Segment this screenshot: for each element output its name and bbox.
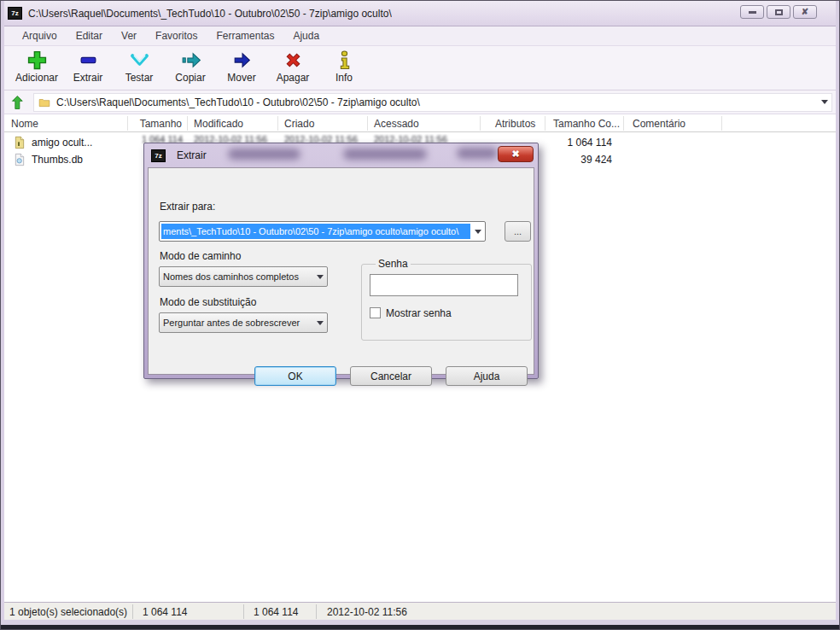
column-separator[interactable] <box>545 116 545 131</box>
column-separator[interactable] <box>187 116 188 131</box>
test-button[interactable]: Testar <box>114 50 165 84</box>
path-mode-label: Modo de caminho <box>160 250 241 262</box>
file-name: amigo ocult... <box>32 137 92 149</box>
extract-button[interactable]: Extrair <box>62 50 114 84</box>
col-tamanho-comprimido[interactable]: Tamanho Co... <box>553 114 620 132</box>
show-password-checkbox[interactable] <box>370 307 381 318</box>
status-separator <box>316 604 317 619</box>
password-group-label: Senha <box>376 258 411 270</box>
menu-ver[interactable]: Ver <box>112 27 146 44</box>
add-button[interactable]: Adicionar <box>11 50 62 84</box>
statusbar: 1 objeto(s) selecionado(s) 1 064 114 1 0… <box>4 602 836 620</box>
menubar: Arquivo Editar Ver Favoritos Ferramentas… <box>4 26 836 46</box>
window-border-left <box>1 1 4 621</box>
column-separator[interactable] <box>623 116 624 131</box>
combo-arrow-zone[interactable] <box>470 230 485 234</box>
menu-favoritos[interactable]: Favoritos <box>146 27 207 44</box>
censor-smudge <box>228 149 300 160</box>
chevron-down-icon <box>317 321 324 325</box>
column-separator[interactable] <box>367 116 368 131</box>
file-compressed-size: 39 424 <box>544 154 612 166</box>
browse-button[interactable]: ... <box>505 221 531 242</box>
menu-ajuda[interactable]: Ajuda <box>283 27 329 44</box>
dialog-body: Extrair para: ments\_TechTudo\10 - Outub… <box>148 167 534 375</box>
overwrite-mode-select[interactable]: Perguntar antes de sobrescrever <box>159 312 328 333</box>
menu-editar[interactable]: Editar <box>67 27 112 44</box>
menu-arquivo[interactable]: Arquivo <box>13 27 67 44</box>
password-group: Senha <box>361 258 532 341</box>
extract-minus-icon <box>78 50 99 71</box>
tool-label: Testar <box>125 72 154 84</box>
menu-ferramentas[interactable]: Ferramentas <box>207 27 283 44</box>
window-shadow-bottom <box>1 625 839 629</box>
censor-smudge <box>457 148 498 159</box>
addressbar: C:\Users\Raquel\Documents\_TechTudo\10 -… <box>4 90 836 114</box>
thumbs-db-file-icon <box>13 153 26 166</box>
path-mode-select[interactable]: Nomes dos caminhos completos <box>159 266 328 287</box>
chevron-down-icon[interactable] <box>821 100 828 104</box>
col-nome[interactable]: Nome <box>11 114 38 132</box>
extract-path-combo[interactable]: ments\_TechTudo\10 - Outubro\02\50 - 7zi… <box>159 221 486 242</box>
archive-file-icon <box>13 136 26 149</box>
app-7z-icon: 7z <box>8 7 22 20</box>
add-plus-icon <box>26 50 48 71</box>
tool-label: Mover <box>227 72 255 84</box>
ok-button[interactable]: OK <box>254 366 336 386</box>
table-row[interactable]: amigo ocult... <box>13 134 92 151</box>
status-size-a: 1 064 114 <box>143 603 188 621</box>
dialog-title: Extrair <box>177 149 207 161</box>
tool-label: Adicionar <box>15 72 58 84</box>
window-title: C:\Users\Raquel\Documents\_TechTudo\10 -… <box>28 8 392 20</box>
delete-button[interactable]: Apagar <box>267 50 318 84</box>
tool-label: Apagar <box>277 72 310 84</box>
col-acessado[interactable]: Acessado <box>374 114 419 132</box>
copy-button[interactable]: Copiar <box>165 50 216 84</box>
chevron-down-icon <box>475 230 481 234</box>
column-separator[interactable] <box>277 116 278 131</box>
maximize-button[interactable] <box>767 5 790 19</box>
address-path: C:\Users\Raquel\Documents\_TechTudo\10 -… <box>56 96 821 108</box>
move-button[interactable]: Mover <box>216 50 267 84</box>
status-separator <box>132 604 133 619</box>
censor-smudge <box>343 149 427 160</box>
close-button[interactable]: ✘ <box>793 5 817 19</box>
delete-x-icon <box>283 50 304 71</box>
info-icon <box>334 50 355 71</box>
cancel-button[interactable]: Cancelar <box>350 366 432 386</box>
table-row[interactable]: Thumbs.db <box>13 151 83 168</box>
status-separator <box>243 604 244 619</box>
chevron-down-icon <box>317 275 324 279</box>
up-arrow-icon <box>10 94 27 111</box>
minimize-icon <box>749 11 756 14</box>
copy-arrow-icon <box>180 50 201 71</box>
col-criado[interactable]: Criado <box>284 114 314 132</box>
move-arrow-icon <box>231 50 253 71</box>
status-selected: 1 objeto(s) selecionado(s) <box>9 603 127 621</box>
test-check-icon <box>129 50 150 71</box>
address-combo[interactable]: C:\Users\Raquel\Documents\_TechTudo\10 -… <box>33 93 832 112</box>
col-comentario[interactable]: Comentário <box>633 114 685 132</box>
dialog-close-button[interactable]: ✖ <box>498 146 534 162</box>
folder-icon <box>38 96 51 108</box>
col-modificado[interactable]: Modificado <box>194 114 243 132</box>
tool-label: Info <box>335 72 353 84</box>
list-header: Nome Tamanho Modificado Criado Acessado … <box>4 114 836 132</box>
close-icon: ✘ <box>802 8 808 16</box>
toolbar: Adicionar Extrair Testar Copiar <box>4 46 836 90</box>
password-input[interactable] <box>370 274 518 296</box>
column-separator[interactable] <box>127 116 128 131</box>
titlebar: 7z C:\Users\Raquel\Documents\_TechTudo\1… <box>1 1 839 26</box>
info-button[interactable]: Info <box>318 50 370 84</box>
col-tamanho[interactable]: Tamanho <box>131 114 182 132</box>
tool-label: Extrair <box>73 72 103 84</box>
column-separator[interactable] <box>721 116 722 131</box>
path-mode-value: Nomes dos caminhos completos <box>163 271 317 282</box>
up-one-level-button[interactable] <box>8 93 30 112</box>
minimize-button[interactable] <box>740 5 764 19</box>
column-separator[interactable] <box>480 116 481 131</box>
col-atributos[interactable]: Atributos <box>495 114 535 132</box>
help-button[interactable]: Ajuda <box>446 366 528 386</box>
maximize-icon <box>775 9 783 15</box>
status-datetime: 2012-10-02 11:56 <box>327 603 407 621</box>
tool-label: Copiar <box>175 72 205 84</box>
